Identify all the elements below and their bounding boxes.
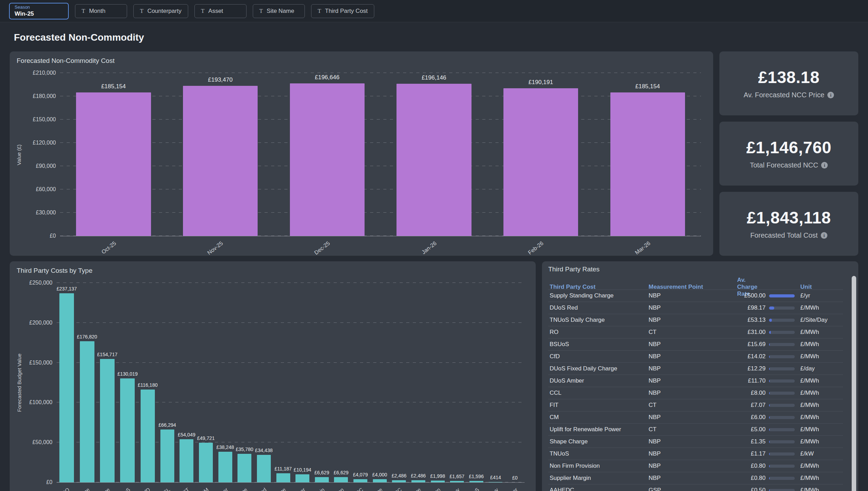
cell-measurement-point: NBP [649,438,737,445]
bar[interactable] [180,439,193,482]
bar-value-label: £38,248 [216,444,234,450]
kpi-cards: £138.18Av. Forecasted NCC Pricei£1,146,7… [719,51,858,256]
x-tick-label: AAHEDC [343,486,364,491]
cell-measurement-point: NBP [649,292,737,299]
bar[interactable] [397,84,471,236]
info-icon[interactable]: i [827,92,834,98]
bar-value-label: £11,187 [275,466,292,472]
filter-chip-asset[interactable]: TAsset [194,4,247,18]
bar-column: £1,596TNUoS [467,283,486,482]
bar[interactable] [100,359,115,482]
filter-chip-site-name[interactable]: TSite Name [253,4,305,18]
rate-bar-track [769,319,795,322]
table-row[interactable]: BSUoSNBP£15.69£/MWh [548,338,843,351]
x-tick-label: Dec-25 [313,240,331,256]
table-row[interactable]: AAHEDCGSP£0.50£/MWh [548,484,843,491]
bar[interactable] [199,443,213,482]
bar-column: £196,646Dec-25 [274,73,381,236]
cell-charge-rate: £6.00 [737,414,795,421]
bar[interactable] [218,452,232,482]
bar[interactable] [373,479,387,482]
bar[interactable] [353,479,367,482]
bar[interactable] [76,92,151,236]
table-row[interactable]: CfDNBP£14.02£/MWh [548,351,843,363]
bar-column: £237,137RO [57,283,77,482]
kpi-card: £1,146,760Total Forecasted NCCi [719,122,858,186]
cell-unit: £/MWh [795,390,842,396]
bar[interactable] [431,481,445,482]
bar[interactable] [392,480,406,482]
filter-chip-counterparty[interactable]: TCounterparty [133,4,188,18]
table-row[interactable]: Shape ChargeNBP£1.35£/MWh [548,436,843,448]
filter-chip-month[interactable]: TMonth [75,4,127,18]
bar[interactable] [160,429,174,482]
table-row[interactable]: FITCT£7.07£/MWh [548,399,843,411]
bar[interactable] [257,455,271,482]
table-row[interactable]: CCLNBP£8.00£/MWh [548,387,843,399]
bar[interactable] [59,293,74,482]
bar-value-label: £0 [512,475,518,481]
bar-column: £185,154Mar-26 [594,73,701,236]
cell-measurement-point: NBP [649,463,737,469]
bar[interactable] [334,477,348,482]
x-tick-label: RCRC [387,486,403,491]
cell-cost-name: DUoS Red [550,304,649,311]
table-row[interactable]: Non Firm ProvisionNBP£0.80£/MWh [548,460,843,472]
table-row[interactable]: CMNBP£6.00£/MWh [548,411,843,424]
cell-cost-name: Shape Charge [550,438,649,445]
rate-bar-fill [769,343,770,346]
column-header-point[interactable]: Measurement Point [649,284,737,290]
filter-chip-season[interactable]: Season Win-25 [9,3,69,19]
bar[interactable] [120,378,135,482]
bar[interactable] [237,454,251,482]
table-row[interactable]: DUoS AmberNBP£11.70£/MWh [548,375,843,387]
bar-value-label: £2,486 [411,473,426,478]
table-scrollbar[interactable] [852,276,856,491]
bar[interactable] [450,481,464,482]
cell-cost-name: DUoS Amber [550,377,649,384]
table-row[interactable]: Supply Standing ChargeNBP£500.00£/yr [548,290,843,302]
bar[interactable] [315,477,329,482]
info-icon[interactable]: i [821,232,827,239]
bar[interactable] [80,341,94,482]
rate-bar-track [769,343,795,346]
column-header-unit[interactable]: Unit [795,284,842,290]
kpi-label: Total Forecasted NCCi [750,161,828,169]
bar[interactable] [295,474,309,482]
bar[interactable] [290,83,365,236]
table-row[interactable]: Uplift for Renewable PowerCT£5.00£/MWh [548,424,843,436]
info-icon[interactable]: i [821,162,828,169]
kpi-label-text: Forecasted Total Cost [750,231,818,239]
cell-unit: £/MWh [795,487,842,491]
x-tick-label: Feb-26 [527,240,545,256]
table-row[interactable]: ROCT£31.00£/MWh [548,326,843,338]
column-header-name[interactable]: Third Party Cost [550,284,649,290]
cell-measurement-point: NBP [649,341,737,348]
bar[interactable] [183,86,258,236]
bar[interactable] [276,473,290,482]
table-row[interactable]: TNUoSNBP£1.17£/kW [548,448,843,460]
cell-unit: £/MWh [795,353,842,360]
cell-measurement-point: NBP [649,414,737,421]
rate-bar-fill [769,465,770,468]
table-row[interactable]: Supplier MarginNBP£0.80£/MWh [548,472,843,484]
x-tick-label: BSUoS [114,486,131,491]
x-tick-label: Mar-26 [634,240,651,256]
bar[interactable] [489,482,502,482]
filter-chip-label: Site Name [267,8,294,15]
dashboard-content: Forecasted Non-Commodity Cost Value (£) … [0,51,868,491]
bar[interactable] [610,92,685,236]
cell-unit: £/MWh [795,438,842,445]
cell-charge-rate: £31.00 [737,329,795,336]
bar[interactable] [141,390,155,482]
x-tick-label: Nov-25 [206,240,224,256]
cell-charge-rate: £15.69 [737,341,795,348]
table-row[interactable]: DUoS RedNBP£98.17£/MWh [548,302,843,314]
bar[interactable] [411,480,425,482]
table-row[interactable]: TNUoS Daily ChargeNBP£53.13£/Site/Day [548,314,843,326]
bar[interactable] [469,481,483,482]
table-row[interactable]: DUoS Fixed Daily ChargeNBP£12.29£/day [548,363,843,375]
filter-chip-third-party-cost[interactable]: TThird Party Cost [311,4,374,18]
bar[interactable] [503,88,578,236]
rate-value: £98.17 [748,304,766,311]
